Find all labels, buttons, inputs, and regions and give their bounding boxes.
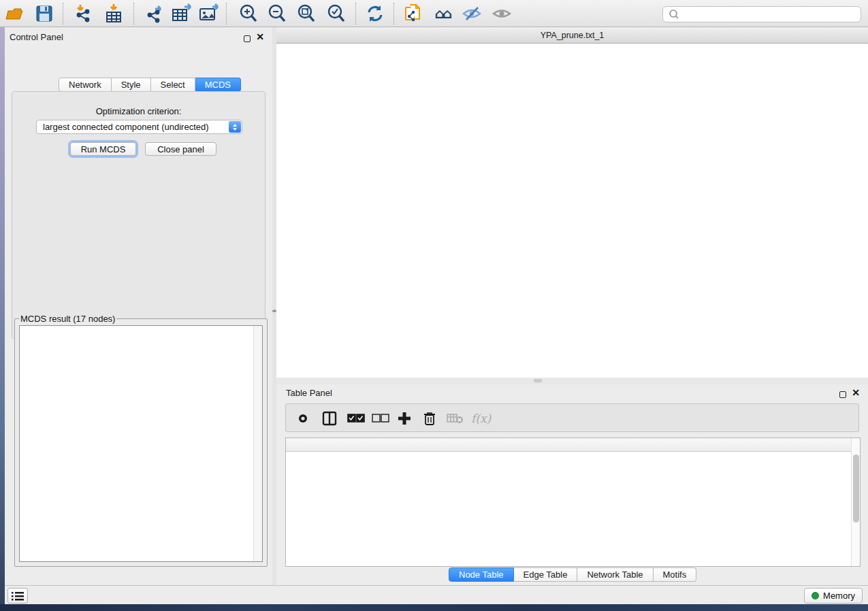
horizontal-splitter[interactable] [276,378,868,384]
refresh-icon[interactable] [364,3,387,24]
toolbar-separator [355,3,356,24]
list-icon [12,591,24,601]
close-table-panel-icon[interactable]: ✕ [852,389,860,396]
save-icon[interactable] [33,3,56,24]
criterion-dropdown[interactable]: largest connected component (undirected) [36,120,242,134]
zoom-fit-icon[interactable] [295,3,318,24]
node-table [285,437,861,567]
mcds-result-group: MCDS result (17 nodes) [14,314,268,567]
network-graph[interactable] [276,44,868,378]
table-toolbar: f(x) [285,403,859,432]
import-network-icon[interactable] [72,3,95,24]
tab-network[interactable]: Network [59,78,112,92]
table-scrollbar-thumb[interactable] [853,455,859,523]
columns-icon[interactable] [321,408,338,429]
export-table-icon[interactable] [170,3,193,24]
show-all-icon[interactable] [490,3,513,24]
task-history-button[interactable] [7,588,28,604]
gear-icon[interactable] [295,408,310,429]
tab-style[interactable]: Style [112,78,151,92]
function-builder-icon[interactable]: f(x) [471,408,491,429]
close-panel-button[interactable]: Close panel [145,142,216,156]
table-panel-tabs: Node Table Edge Table Network Table Moti… [449,567,696,582]
main-toolbar: ⌂⌂ [0,0,868,27]
tab-network-table[interactable]: Network Table [577,567,653,582]
close-panel-icon[interactable]: ✕ [256,33,264,40]
horizontal-splitter-grip[interactable] [534,379,542,382]
memory-button[interactable]: Memory [804,588,863,604]
first-neighbors-icon[interactable]: ⌂⌂ [431,3,454,24]
desktop-wallpaper-bottom [0,604,868,611]
table-panel-title: Table Panel [286,388,332,398]
memory-label: Memory [823,591,855,601]
zoom-in-icon[interactable] [237,3,260,24]
tab-mcds[interactable]: MCDS [195,78,241,92]
table-header-row [286,438,852,452]
desktop-wallpaper-left [0,27,5,604]
network-window-title: YPA_prune.txt_1 [276,31,868,40]
memory-status-dot [811,592,819,599]
hide-selected-icon[interactable] [460,3,483,24]
control-panel-title: Control Panel [10,32,63,42]
export-image-icon[interactable] [197,3,221,24]
toolbar-separator [393,3,394,24]
search-input-wrapper[interactable] [662,6,861,22]
tab-node-table[interactable]: Node Table [449,567,514,582]
control-panel-tabs: Network Style Select MCDS [59,78,241,92]
import-table-icon[interactable] [102,3,125,24]
network-canvas[interactable] [276,44,868,378]
optimization-criterion-label: Optimization criterion: [12,106,265,116]
search-icon [669,9,679,20]
table-scrollbar[interactable] [851,438,860,566]
open-file-icon[interactable] [3,3,26,24]
mcds-tab-pane: Optimization criterion: largest connecte… [12,91,266,339]
float-table-panel-icon[interactable] [839,389,846,401]
tab-select[interactable]: Select [151,78,195,92]
zoom-selected-icon[interactable] [325,3,348,24]
clear-table-icon[interactable] [447,408,464,429]
select-all-icon[interactable] [347,408,365,429]
search-input[interactable] [679,10,850,20]
float-panel-icon[interactable] [244,33,251,45]
mcds-result-title: MCDS result (17 nodes) [19,314,116,324]
toolbar-separator [63,3,63,24]
duplicate-network-icon[interactable] [402,3,425,24]
zoom-out-icon[interactable] [266,3,289,24]
network-window-titlebar[interactable]: YPA_prune.txt_1 [276,27,868,44]
tab-edge-table[interactable]: Edge Table [514,567,578,582]
toolbar-separator [133,3,134,24]
run-mcds-button[interactable]: Run MCDS [70,142,136,156]
mcds-list-scrollbar[interactable] [253,326,262,561]
mcds-result-list[interactable] [19,325,263,562]
criterion-value: largest connected component (undirected) [43,122,209,132]
control-panel: Control Panel ✕ Network Style Select MCD… [5,27,272,585]
table-panel: Table Panel ✕ f(x) Node [276,384,868,585]
add-icon[interactable] [397,408,412,429]
delete-icon[interactable] [423,408,436,429]
toolbar-separator [226,3,227,24]
tab-motifs[interactable]: Motifs [654,567,697,582]
deselect-all-icon[interactable] [372,408,389,429]
status-bar: Memory [5,585,868,604]
export-network-icon[interactable] [143,3,166,24]
dropdown-stepper-icon [229,121,241,133]
